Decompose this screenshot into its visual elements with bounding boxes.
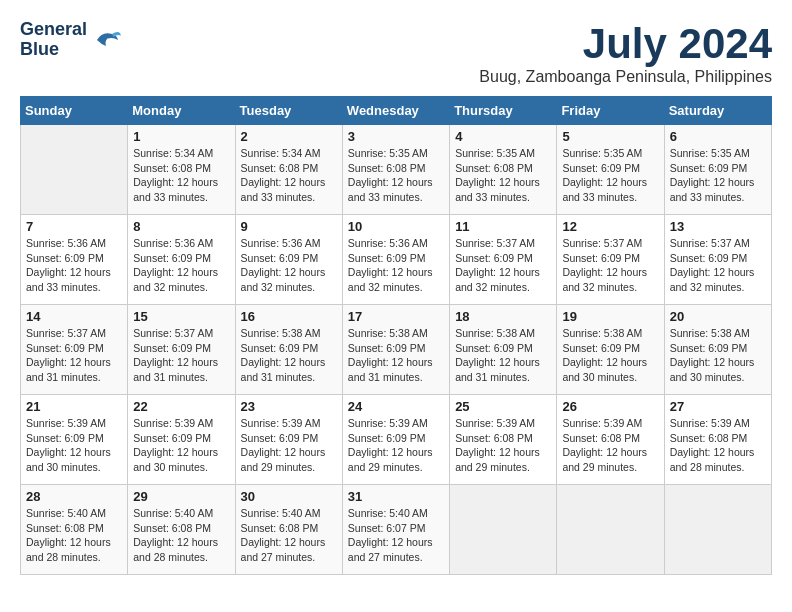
calendar-table: SundayMondayTuesdayWednesdayThursdayFrid… [20,96,772,575]
day-info: Sunrise: 5:38 AMSunset: 6:09 PMDaylight:… [455,326,551,385]
header-friday: Friday [557,97,664,125]
day-number: 7 [26,219,122,234]
day-info: Sunrise: 5:36 AMSunset: 6:09 PMDaylight:… [133,236,229,295]
calendar-cell: 18Sunrise: 5:38 AMSunset: 6:09 PMDayligh… [450,305,557,395]
calendar-cell [557,485,664,575]
calendar-cell: 6Sunrise: 5:35 AMSunset: 6:09 PMDaylight… [664,125,771,215]
day-info: Sunrise: 5:40 AMSunset: 6:07 PMDaylight:… [348,506,444,565]
calendar-cell [450,485,557,575]
day-number: 15 [133,309,229,324]
week-row-5: 28Sunrise: 5:40 AMSunset: 6:08 PMDayligh… [21,485,772,575]
day-number: 22 [133,399,229,414]
month-title: July 2024 [479,20,772,68]
day-number: 8 [133,219,229,234]
day-number: 24 [348,399,444,414]
day-info: Sunrise: 5:35 AMSunset: 6:09 PMDaylight:… [562,146,658,205]
day-number: 23 [241,399,337,414]
calendar-cell: 31Sunrise: 5:40 AMSunset: 6:07 PMDayligh… [342,485,449,575]
calendar-cell: 23Sunrise: 5:39 AMSunset: 6:09 PMDayligh… [235,395,342,485]
calendar-cell: 28Sunrise: 5:40 AMSunset: 6:08 PMDayligh… [21,485,128,575]
calendar-cell [21,125,128,215]
day-number: 30 [241,489,337,504]
day-info: Sunrise: 5:39 AMSunset: 6:08 PMDaylight:… [562,416,658,475]
calendar-cell: 30Sunrise: 5:40 AMSunset: 6:08 PMDayligh… [235,485,342,575]
calendar-cell: 27Sunrise: 5:39 AMSunset: 6:08 PMDayligh… [664,395,771,485]
header-wednesday: Wednesday [342,97,449,125]
calendar-cell [664,485,771,575]
day-info: Sunrise: 5:36 AMSunset: 6:09 PMDaylight:… [241,236,337,295]
calendar-cell: 29Sunrise: 5:40 AMSunset: 6:08 PMDayligh… [128,485,235,575]
day-info: Sunrise: 5:37 AMSunset: 6:09 PMDaylight:… [455,236,551,295]
calendar-cell: 12Sunrise: 5:37 AMSunset: 6:09 PMDayligh… [557,215,664,305]
day-info: Sunrise: 5:36 AMSunset: 6:09 PMDaylight:… [348,236,444,295]
calendar-cell: 11Sunrise: 5:37 AMSunset: 6:09 PMDayligh… [450,215,557,305]
header-tuesday: Tuesday [235,97,342,125]
calendar-cell: 4Sunrise: 5:35 AMSunset: 6:08 PMDaylight… [450,125,557,215]
day-info: Sunrise: 5:37 AMSunset: 6:09 PMDaylight:… [133,326,229,385]
day-number: 12 [562,219,658,234]
calendar-cell: 2Sunrise: 5:34 AMSunset: 6:08 PMDaylight… [235,125,342,215]
day-info: Sunrise: 5:39 AMSunset: 6:09 PMDaylight:… [133,416,229,475]
header-thursday: Thursday [450,97,557,125]
day-info: Sunrise: 5:36 AMSunset: 6:09 PMDaylight:… [26,236,122,295]
day-number: 31 [348,489,444,504]
day-number: 11 [455,219,551,234]
day-number: 18 [455,309,551,324]
day-number: 20 [670,309,766,324]
header-sunday: Sunday [21,97,128,125]
day-number: 3 [348,129,444,144]
header-row: SundayMondayTuesdayWednesdayThursdayFrid… [21,97,772,125]
day-info: Sunrise: 5:38 AMSunset: 6:09 PMDaylight:… [670,326,766,385]
day-info: Sunrise: 5:35 AMSunset: 6:08 PMDaylight:… [455,146,551,205]
day-info: Sunrise: 5:34 AMSunset: 6:08 PMDaylight:… [133,146,229,205]
day-info: Sunrise: 5:35 AMSunset: 6:09 PMDaylight:… [670,146,766,205]
day-number: 29 [133,489,229,504]
logo-line2: Blue [20,40,87,60]
day-number: 19 [562,309,658,324]
day-info: Sunrise: 5:40 AMSunset: 6:08 PMDaylight:… [26,506,122,565]
day-info: Sunrise: 5:34 AMSunset: 6:08 PMDaylight:… [241,146,337,205]
calendar-cell: 20Sunrise: 5:38 AMSunset: 6:09 PMDayligh… [664,305,771,395]
calendar-cell: 22Sunrise: 5:39 AMSunset: 6:09 PMDayligh… [128,395,235,485]
day-info: Sunrise: 5:37 AMSunset: 6:09 PMDaylight:… [670,236,766,295]
calendar-cell: 10Sunrise: 5:36 AMSunset: 6:09 PMDayligh… [342,215,449,305]
day-number: 26 [562,399,658,414]
logo-text: General Blue [20,20,87,60]
day-number: 1 [133,129,229,144]
calendar-cell: 16Sunrise: 5:38 AMSunset: 6:09 PMDayligh… [235,305,342,395]
calendar-cell: 14Sunrise: 5:37 AMSunset: 6:09 PMDayligh… [21,305,128,395]
day-number: 5 [562,129,658,144]
day-number: 16 [241,309,337,324]
day-number: 13 [670,219,766,234]
logo: General Blue [20,20,121,60]
day-number: 25 [455,399,551,414]
calendar-cell: 21Sunrise: 5:39 AMSunset: 6:09 PMDayligh… [21,395,128,485]
calendar-cell: 17Sunrise: 5:38 AMSunset: 6:09 PMDayligh… [342,305,449,395]
calendar-cell: 13Sunrise: 5:37 AMSunset: 6:09 PMDayligh… [664,215,771,305]
title-section: July 2024 Buug, Zamboanga Peninsula, Phi… [479,20,772,86]
day-info: Sunrise: 5:40 AMSunset: 6:08 PMDaylight:… [241,506,337,565]
day-number: 14 [26,309,122,324]
week-row-2: 7Sunrise: 5:36 AMSunset: 6:09 PMDaylight… [21,215,772,305]
day-info: Sunrise: 5:37 AMSunset: 6:09 PMDaylight:… [562,236,658,295]
day-number: 21 [26,399,122,414]
calendar-cell: 9Sunrise: 5:36 AMSunset: 6:09 PMDaylight… [235,215,342,305]
calendar-cell: 8Sunrise: 5:36 AMSunset: 6:09 PMDaylight… [128,215,235,305]
day-info: Sunrise: 5:35 AMSunset: 6:08 PMDaylight:… [348,146,444,205]
calendar-cell: 7Sunrise: 5:36 AMSunset: 6:09 PMDaylight… [21,215,128,305]
day-number: 6 [670,129,766,144]
logo-bird-icon [91,25,121,55]
day-info: Sunrise: 5:37 AMSunset: 6:09 PMDaylight:… [26,326,122,385]
day-number: 2 [241,129,337,144]
day-info: Sunrise: 5:38 AMSunset: 6:09 PMDaylight:… [241,326,337,385]
day-info: Sunrise: 5:38 AMSunset: 6:09 PMDaylight:… [348,326,444,385]
day-info: Sunrise: 5:40 AMSunset: 6:08 PMDaylight:… [133,506,229,565]
day-info: Sunrise: 5:39 AMSunset: 6:09 PMDaylight:… [241,416,337,475]
week-row-1: 1Sunrise: 5:34 AMSunset: 6:08 PMDaylight… [21,125,772,215]
day-info: Sunrise: 5:39 AMSunset: 6:08 PMDaylight:… [670,416,766,475]
page-header: General Blue July 2024 Buug, Zamboanga P… [20,20,772,86]
day-info: Sunrise: 5:39 AMSunset: 6:09 PMDaylight:… [26,416,122,475]
day-number: 4 [455,129,551,144]
calendar-cell: 15Sunrise: 5:37 AMSunset: 6:09 PMDayligh… [128,305,235,395]
day-number: 17 [348,309,444,324]
